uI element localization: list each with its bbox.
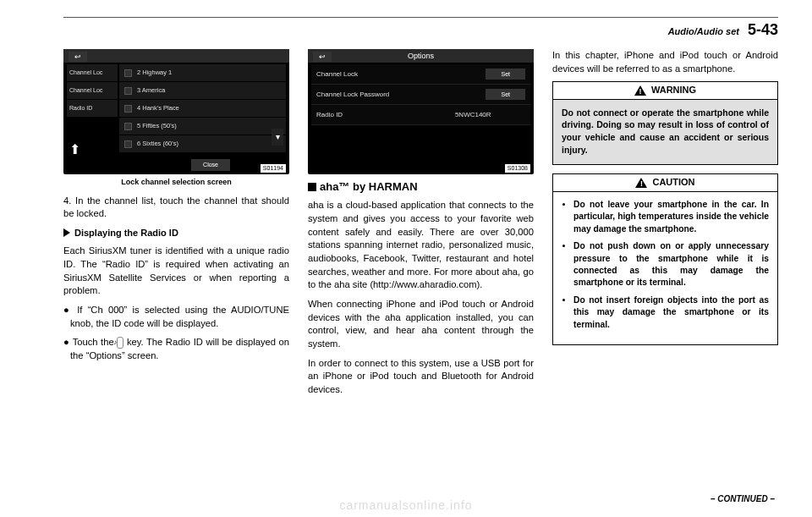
warning-title-box: WARNING	[552, 81, 778, 98]
bullet-2: ● Touch the ♪ key. The Radio ID will be …	[70, 336, 289, 362]
side-cell[interactable]: Radio ID	[67, 100, 118, 117]
warning-icon	[634, 85, 646, 96]
aha-heading-text: aha™ by HARMAN	[320, 180, 418, 193]
option-label: Radio ID	[316, 110, 421, 119]
channel-row[interactable]: 5 Fifties (50's)	[119, 118, 286, 135]
warning-title: WARNING	[651, 84, 696, 96]
screen2-titlebar: ↩ Options	[308, 49, 534, 63]
square-bullet-icon	[308, 183, 316, 191]
smartphone-note: In this chapter, iPhone and iPod touch o…	[552, 49, 778, 75]
caution-box: Do not leave your smartphone in the car.…	[552, 191, 778, 345]
screen1-caption: Lock channel selection screen	[63, 177, 289, 188]
aha-heading: aha™ by HARMAN	[308, 179, 534, 195]
back-icon[interactable]: ↩	[69, 52, 87, 62]
aha-paragraph-3: In order to connect to this system, use …	[308, 357, 534, 397]
column-2: ↩ Options Channel Lock Set Channel Lock …	[308, 49, 534, 403]
column-1: ↩ Channel Loc Channel Loc Radio ID 2 Hig…	[63, 49, 289, 403]
image-id: S01308	[505, 164, 530, 173]
options-row: Radio ID 5NWC140R	[311, 105, 530, 125]
radio-id-paragraph: Each SiriusXM tuner is identified with a…	[63, 245, 289, 298]
subheading-radio-id: Displaying the Radio ID	[63, 227, 289, 239]
channel-label: 6 Sixties (60's)	[137, 140, 178, 149]
channel-label: 2 Highway 1	[137, 69, 172, 78]
arrow-up-icon: ⬆	[69, 140, 78, 159]
warning-body: Do not connect or operate the smartphone…	[553, 100, 777, 165]
radio-id-value: 5NWC140R	[421, 110, 526, 119]
channel-label: 4 Hank's Place	[137, 104, 179, 113]
options-row: Channel Lock Set	[311, 64, 530, 85]
checkbox-icon[interactable]	[124, 105, 132, 113]
warning-box: Do not connect or operate the smartphone…	[552, 99, 778, 166]
caution-item: Do not push down on or apply unnecessary…	[573, 240, 769, 289]
close-button[interactable]: Close	[191, 159, 230, 171]
channel-row[interactable]: 6 Sixties (60's)	[119, 135, 286, 152]
screen2-title: Options	[408, 51, 434, 62]
screen1-titlebar: ↩	[63, 49, 289, 63]
channel-row[interactable]: 2 Highway 1	[119, 64, 286, 81]
page: Audio/Audio set 5-43 ↩ Channel Loc Chann…	[0, 0, 812, 517]
bullet-2-text-a: Touch the	[73, 337, 118, 347]
scroll-down-icon[interactable]: ▾	[272, 129, 283, 146]
option-label: Channel Lock Password	[316, 90, 486, 99]
option-label: Channel Lock	[316, 69, 486, 79]
lock-channel-screen: ↩ Channel Loc Channel Loc Radio ID 2 Hig…	[63, 49, 289, 174]
channel-row[interactable]: 3 America	[119, 82, 286, 99]
channel-label: 3 America	[137, 86, 165, 96]
subheading-label: Displaying the Radio ID	[74, 228, 178, 238]
page-number: 5-43	[748, 21, 778, 39]
triangle-icon	[63, 228, 70, 237]
checkbox-icon[interactable]	[124, 123, 132, 130]
caution-item: Do not leave your smartphone in the car.…	[573, 199, 769, 235]
screen1-list: 2 Highway 1 3 America 4 Hank's Place 5 F…	[119, 64, 286, 171]
caution-item: Do not insert foreign objects into the p…	[573, 294, 769, 331]
section-label: Audio/Audio set	[668, 26, 739, 36]
columns: ↩ Channel Loc Channel Loc Radio ID 2 Hig…	[63, 49, 778, 403]
channel-label: 5 Fifties (50's)	[137, 122, 177, 131]
top-divider	[63, 17, 778, 18]
side-cell[interactable]: Channel Loc	[67, 64, 118, 81]
channel-row[interactable]: 4 Hank's Place	[119, 100, 286, 117]
caution-title: CAUTION	[652, 176, 694, 189]
checkbox-icon[interactable]	[124, 140, 132, 148]
set-button[interactable]: Set	[486, 89, 525, 101]
caution-body: Do not leave your smartphone in the car.…	[553, 192, 777, 344]
options-row: Channel Lock Password Set	[311, 85, 530, 105]
image-id: S01194	[261, 164, 286, 173]
column-3: In this chapter, iPhone and iPod touch o…	[552, 49, 778, 403]
set-button[interactable]: Set	[486, 69, 525, 80]
aha-paragraph-1: aha is a cloud-based application that co…	[308, 199, 534, 292]
checkbox-icon[interactable]	[124, 87, 132, 95]
options-screen: ↩ Options Channel Lock Set Channel Lock …	[308, 49, 534, 174]
watermark: carmanualsonline.info	[0, 498, 812, 512]
caution-title-box: CAUTION	[552, 173, 778, 190]
back-icon[interactable]: ↩	[313, 52, 332, 62]
bullet-1: ● If “Ch 000” is selected using the AUDI…	[70, 304, 289, 330]
bullet-1-text: If “Ch 000” is selected using the AUDIO/…	[70, 305, 289, 328]
aha-paragraph-2: When connecting iPhone and iPod touch or…	[308, 298, 534, 351]
checkbox-icon[interactable]	[124, 69, 132, 77]
step-4-text: 4. In the channel list, touch the channe…	[63, 195, 289, 221]
warning-icon	[635, 178, 647, 188]
side-cell[interactable]: Channel Loc	[67, 82, 118, 99]
page-header: Audio/Audio set 5-43	[63, 21, 778, 39]
